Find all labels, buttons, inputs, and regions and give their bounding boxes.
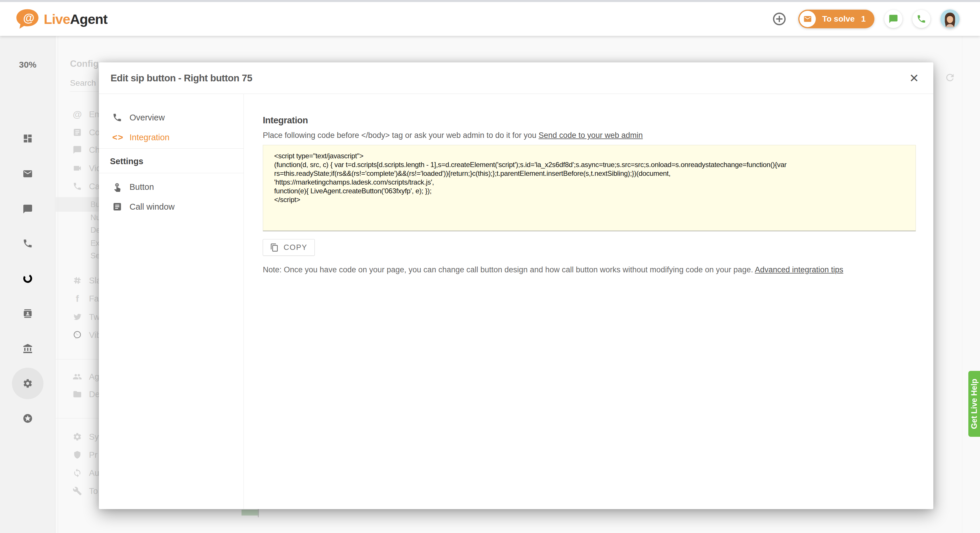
svg-text:@: @ [23,11,34,24]
liveagent-logo[interactable]: @ LiveAgent [15,8,107,29]
chat-icon [22,204,33,214]
settings-heading: Settings [110,157,143,166]
code-line: (function(d, src, c) { var t=d.scripts[d… [274,161,916,169]
rail-item-settings[interactable] [0,378,56,389]
plus-circle-icon [772,11,787,27]
logo-bubble-icon: @ [15,8,40,29]
copy-icon [270,243,279,252]
rail-item-starred[interactable] [0,413,56,424]
rail-item-chats[interactable] [0,204,56,214]
brand-text: LiveAgent [44,11,107,27]
rail-item-reports[interactable] [0,273,56,284]
dashboard-icon [22,133,33,144]
rail-item-calls[interactable] [0,238,56,249]
dialog-header: Edit sip button - Right button 75 ✕ [99,62,933,94]
integration-heading: Integration [263,115,933,126]
code-line: </script> [274,195,916,204]
ribbon-label: Get Live Help [970,379,979,429]
advanced-tips-link[interactable]: Advanced integration tips [755,265,843,274]
rail-item-customers[interactable] [0,308,56,319]
usage-percent: 30% [0,60,56,70]
integration-panel: Integration Place following code before … [244,94,933,509]
touch-pointer-icon [112,182,122,192]
phone-icon [22,238,33,249]
topbar-actions: To solve 1 [770,2,959,36]
nav-item-overview[interactable]: Overview [99,110,243,124]
nav-item-integration[interactable]: <> Integration [99,130,243,144]
send-code-link[interactable]: Send code to your web admin [539,131,643,140]
avatar-image [940,10,959,29]
to-solve-count: 1 [861,14,865,24]
calls-button[interactable] [912,10,931,28]
dialog-nav: Overview <> Integration Settings Button … [99,94,244,509]
top-bar: @ LiveAgent To solve 1 [0,2,980,36]
copy-button[interactable]: COPY [263,239,315,256]
star-circle-icon [22,413,33,424]
chats-button[interactable] [885,10,902,28]
to-solve-button[interactable]: To solve 1 [798,10,874,28]
integration-instruction: Place following code before </body> tag … [263,131,933,140]
edit-sip-button-dialog: Edit sip button - Right button 75 ✕ Over… [99,62,933,509]
document-icon [112,202,122,212]
bank-icon [22,344,33,354]
data-usage-icon [22,273,33,284]
code-line: 'https://marketingchamps.ladesk.com/scri… [274,178,916,187]
nav-divider [99,148,243,149]
phone-icon [112,113,122,123]
code-line: <script type="text/javascript"> [274,152,916,161]
close-icon: ✕ [909,72,919,85]
phone-icon [916,14,926,24]
add-button[interactable] [770,10,788,28]
code-line: function(e){ LiveAgent.createButton('063… [274,187,916,195]
nav-item-button[interactable]: Button [99,180,243,194]
dialog-title: Edit sip button - Right button 75 [111,73,252,84]
rail-item-dashboard[interactable] [0,133,56,144]
contact-card-icon [22,308,33,319]
to-solve-mail-circle [799,11,816,27]
to-solve-label: To solve [822,14,855,24]
code-icon: <> [112,132,122,142]
integration-code-box[interactable]: <script type="text/javascript"> (functio… [263,145,916,231]
window-top-strip [0,0,980,2]
brand-live: Live [44,11,70,27]
left-icon-rail: 30% [0,36,56,533]
envelope-icon [22,169,33,179]
gear-icon [22,378,33,389]
envelope-icon [803,14,812,23]
rail-item-tickets[interactable] [0,169,56,179]
brand-agent: Agent [70,11,107,27]
user-avatar[interactable] [940,10,959,29]
nav-divider [99,173,243,173]
code-line: rs=this.readyState;if(rs&&(rs!='complete… [274,169,916,178]
get-live-help-ribbon[interactable]: Get Live Help [968,371,980,437]
close-button[interactable]: ✕ [905,69,923,87]
nav-item-call-window[interactable]: Call window [99,200,243,214]
integration-note: Note: Once you have code on your page, y… [263,265,934,274]
rail-item-billing[interactable] [0,344,56,354]
chat-icon [888,14,898,24]
